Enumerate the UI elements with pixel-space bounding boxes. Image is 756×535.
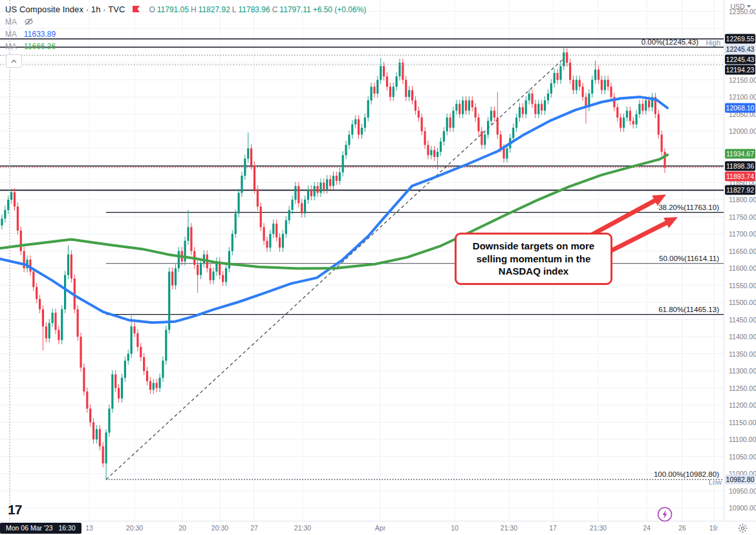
price-badge-dark: 12194.23 <box>725 65 755 75</box>
price-tick: 11450.00 <box>729 316 756 324</box>
close-value: 11797.11 <box>279 5 310 14</box>
indicator-row-ma-green[interactable]: MA 11666.36 <box>5 40 366 52</box>
price-tick: 11650.00 <box>729 247 756 255</box>
price-tick: 11750.00 <box>729 213 756 221</box>
lightning-bolt-icon[interactable] <box>657 507 673 525</box>
close-key: C <box>272 5 278 14</box>
price-tick: 10950.00 <box>729 487 756 495</box>
time-tick: 13 <box>85 524 93 532</box>
price-tick: 11150.00 <box>729 419 756 426</box>
high-marker: High <box>706 39 720 47</box>
time-axis[interactable]: Mon 06 Mar '23 16:30 1320:302020:302721:… <box>0 521 756 535</box>
time-tick: 21:30 <box>501 524 517 532</box>
svg-text:100.00%(10982.80): 100.00%(10982.80) <box>654 470 719 478</box>
price-badge-dark: 11827.92 <box>725 185 755 195</box>
annotation-box[interactable]: Downside targets on more selling momentu… <box>455 233 612 285</box>
price-tick: 11250.00 <box>729 384 756 392</box>
tradingview-logo[interactable]: 17 <box>8 503 21 516</box>
price-badge-green: 11934.67 <box>725 149 755 158</box>
time-tick: 27 <box>250 524 258 532</box>
time-tick: 17 <box>549 524 557 532</box>
svg-text:38.20%(11763.10): 38.20%(11763.10) <box>658 204 719 211</box>
crosshair-time-badge: Mon 06 Mar '23 16:30 <box>0 523 81 534</box>
price-tick: 11100.00 <box>729 435 756 443</box>
ohlc-values: O11791.05 H11827.92 L11783.96 C11797.11 … <box>149 5 366 14</box>
price-badge-dark: 12245.43 <box>725 55 755 65</box>
annotation-text: Downside targets on more selling momentu… <box>462 240 605 278</box>
time-tick: 20 <box>178 524 186 532</box>
price-tick: 11800.00 <box>729 196 756 204</box>
symbol-row[interactable]: US Composite Index · 1h · TVC O11791.05 … <box>5 3 366 16</box>
time-tick: 21:30 <box>590 524 607 532</box>
price-tick: 11600.00 <box>729 264 756 272</box>
low-marker: Low <box>709 478 722 486</box>
time-tick: 26 <box>678 524 686 532</box>
price-tick: 12150.00 <box>729 76 756 84</box>
eye-off-icon[interactable] <box>24 17 34 26</box>
indicator-row-ma-blue[interactable]: MA 11633.89 <box>5 28 366 40</box>
price-tick: 11700.00 <box>729 230 756 238</box>
time-tick: 10 <box>451 524 459 532</box>
time-tick: 21:30 <box>294 524 311 532</box>
chart-canvas[interactable]: 0.00%(12245.43)38.20%(11763.10)50.00%(11… <box>0 0 724 521</box>
ma-label: MA <box>5 17 17 26</box>
svg-text:0.00%(12245.43): 0.00%(12245.43) <box>642 38 698 46</box>
ma-label: MA <box>5 30 17 39</box>
time-tick: 20:30 <box>126 524 143 532</box>
price-tick: 11400.00 <box>729 333 756 341</box>
price-tick: 11300.00 <box>729 367 756 375</box>
legend-collapse-button[interactable] <box>6 54 22 68</box>
svg-text:61.80%(11465.13): 61.80%(11465.13) <box>658 306 719 313</box>
price-badge-blue: 12068.10 <box>725 103 755 112</box>
price-tick: 10900.00 <box>729 504 756 512</box>
gear-icon[interactable] <box>738 523 748 535</box>
flag-icon[interactable] <box>132 5 140 14</box>
change-value: +6.50 (+0.06%) <box>313 5 367 14</box>
price-tick: 12350.00 <box>729 8 756 16</box>
time-tick: 24 <box>643 524 651 532</box>
high-value: 11827.92 <box>199 5 230 14</box>
price-badge-dark: 12269.55 <box>725 34 755 44</box>
price-tick: 11500.00 <box>729 299 756 306</box>
price-badge-red: 11893.74 <box>725 171 755 181</box>
ma-blue <box>0 97 667 322</box>
level-labels: 0.00%(12245.43)38.20%(11763.10)50.00%(11… <box>642 38 722 486</box>
price-tick: 11550.00 <box>729 282 756 289</box>
price-axis[interactable]: USD 12350.0012150.0012100.0012050.001200… <box>724 0 756 521</box>
price-tick: 11050.00 <box>729 453 756 461</box>
indicator-row-ma-hidden[interactable]: MA <box>5 16 366 28</box>
crosshair <box>0 0 724 521</box>
high-key: H <box>191 5 197 14</box>
time-tick: Apr <box>375 524 385 532</box>
tradingview-chart-window: 0.00%(12245.43)38.20%(11763.10)50.00%(11… <box>0 0 756 535</box>
price-badge-dark: 11898.36 <box>725 161 755 171</box>
ma-label: MA <box>5 42 17 51</box>
gridlines <box>0 0 724 521</box>
svg-text:50.00%(11614.11): 50.00%(11614.11) <box>659 255 719 262</box>
time-tick: 20:30 <box>211 524 228 532</box>
open-value: 11791.05 <box>157 5 189 14</box>
chart-legend: US Composite Index · 1h · TVC O11791.05 … <box>5 3 366 52</box>
open-key: O <box>149 5 155 14</box>
price-badge-light: 10982.80 <box>725 475 755 485</box>
price-tick: 11200.00 <box>729 401 756 409</box>
price-tick: 11350.00 <box>729 350 756 358</box>
ma-green-value: 11666.36 <box>24 42 56 51</box>
price-badge-light: 12245.43 <box>725 45 755 54</box>
price-tick: 12100.00 <box>729 93 756 101</box>
time-tick: 19: <box>709 524 719 532</box>
price-tick: 12000.00 <box>729 127 756 135</box>
symbol-title: US Composite Index · 1h · TVC <box>5 5 125 14</box>
ma-blue-value: 11633.89 <box>24 30 56 39</box>
low-value: 11783.96 <box>239 5 270 14</box>
low-key: L <box>232 5 237 14</box>
